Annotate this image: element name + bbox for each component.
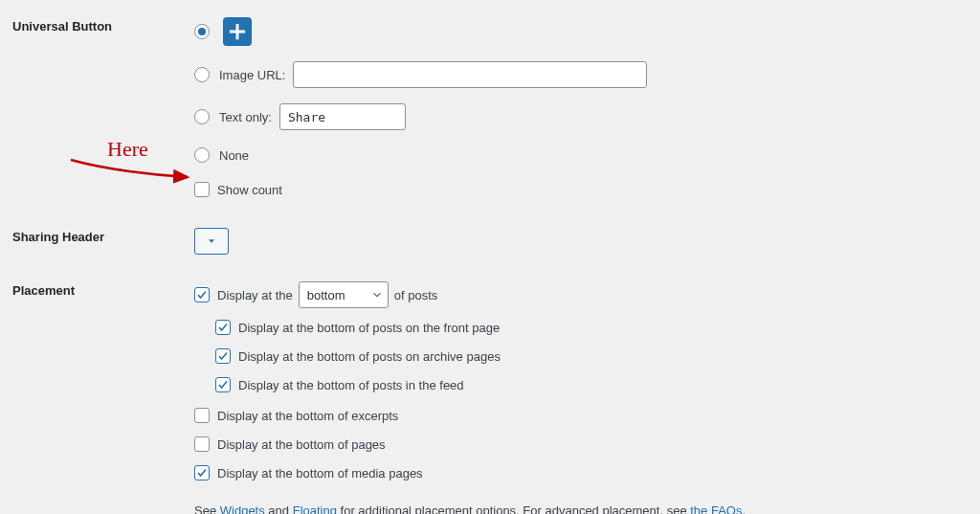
- faqs-link[interactable]: the FAQs: [690, 503, 742, 514]
- universal-button-label: Universal Button: [0, 17, 194, 34]
- show-count-label: Show count: [217, 183, 282, 197]
- placement-frontpage-checkbox[interactable]: [215, 320, 231, 335]
- text-only-label: Text only:: [219, 110, 272, 124]
- plus-icon: [223, 17, 252, 46]
- annotation-text: Here: [107, 137, 148, 162]
- placement-position-value: bottom: [307, 288, 345, 302]
- universal-button-none-radio[interactable]: [194, 147, 210, 163]
- image-url-label: Image URL:: [219, 68, 285, 82]
- show-count-checkbox[interactable]: [194, 182, 210, 197]
- text-only-input[interactable]: [279, 103, 406, 130]
- chevron-down-icon: [370, 288, 384, 302]
- placement-excerpts-checkbox[interactable]: [194, 408, 210, 423]
- placement-archive-label: Display at the bottom of posts on archiv…: [238, 349, 501, 364]
- placement-archive-checkbox[interactable]: [215, 348, 231, 364]
- placement-posts-checkbox[interactable]: [194, 287, 210, 302]
- placement-feed-label: Display at the bottom of posts in the fe…: [238, 378, 464, 392]
- of-posts-text: of posts: [394, 288, 438, 302]
- placement-frontpage-label: Display at the bottom of posts on the fr…: [238, 321, 500, 335]
- universal-button-imageurl-radio[interactable]: [194, 67, 210, 82]
- placement-footer-note: See Widgets and Floating for additional …: [194, 503, 967, 514]
- placement-media-label: Display at the bottom of media pages: [217, 466, 423, 480]
- floating-link[interactable]: Floating: [293, 503, 337, 514]
- placement-position-select[interactable]: bottom: [299, 281, 389, 308]
- caret-down-icon: [207, 236, 216, 246]
- placement-media-checkbox[interactable]: [194, 465, 210, 480]
- sharing-header-dropdown[interactable]: [194, 228, 229, 255]
- universal-button-icon-radio[interactable]: [194, 24, 210, 39]
- placement-label: Placement: [0, 281, 194, 298]
- image-url-input[interactable]: [293, 61, 647, 88]
- sharing-header-label: Sharing Header: [0, 228, 194, 244]
- universal-button-textonly-radio[interactable]: [194, 109, 210, 124]
- placement-pages-checkbox[interactable]: [194, 436, 210, 452]
- placement-feed-checkbox[interactable]: [215, 377, 231, 392]
- display-at-the-text: Display at the: [217, 288, 293, 302]
- widgets-link[interactable]: Widgets: [220, 503, 265, 514]
- placement-excerpts-label: Display at the bottom of excerpts: [217, 409, 398, 423]
- placement-pages-label: Display at the bottom of pages: [217, 437, 386, 452]
- none-label: None: [219, 148, 249, 163]
